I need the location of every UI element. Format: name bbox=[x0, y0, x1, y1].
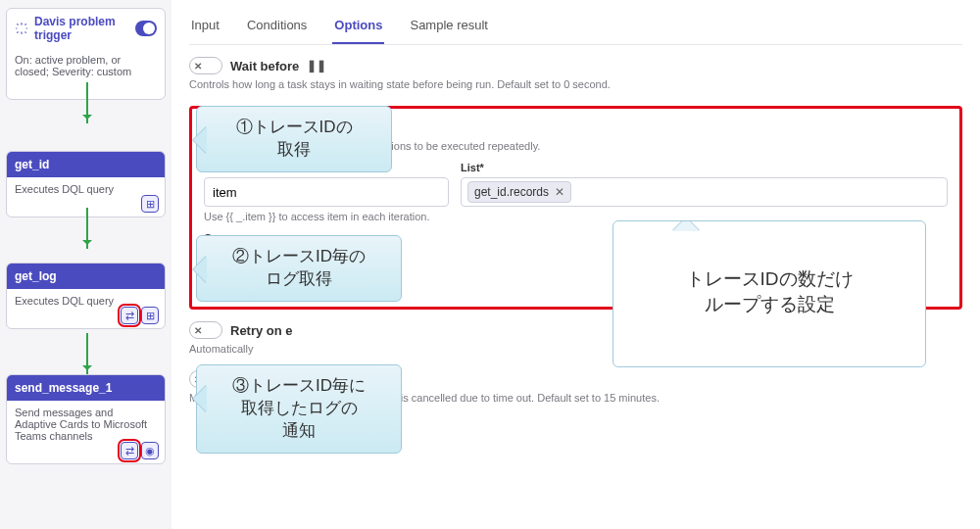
node-title: send_message_1 bbox=[15, 381, 112, 395]
teams-icon: ◉ bbox=[141, 442, 159, 459]
flow-arrow bbox=[86, 82, 88, 123]
tab-input[interactable]: Input bbox=[189, 12, 221, 44]
list-label: List* bbox=[461, 162, 948, 173]
loop-icon: ⇄ bbox=[121, 307, 138, 324]
pause-icon: ❚❚ bbox=[307, 59, 326, 72]
loop-icon: ⇄ bbox=[121, 442, 138, 459]
node-title: get_log bbox=[15, 269, 57, 283]
tab-sample-result[interactable]: Sample result bbox=[408, 12, 489, 44]
wait-title: Wait before bbox=[230, 59, 299, 73]
retry-title: Retry on e bbox=[230, 323, 293, 338]
database-icon: ⊞ bbox=[141, 195, 159, 213]
tab-conditions[interactable]: Conditions bbox=[245, 12, 309, 44]
wait-desc: Controls how long a task stays in waitin… bbox=[189, 78, 962, 90]
node-get-log[interactable]: get_log Executes DQL query ⇄ ⊞ bbox=[6, 263, 166, 329]
wait-toggle[interactable]: ✕ bbox=[189, 57, 222, 74]
callout-1: ①トレースIDの 取得 bbox=[196, 106, 392, 172]
list-chip[interactable]: get_id.records ✕ bbox=[467, 181, 571, 203]
workflow-canvas: Davis problem trigger On: active problem… bbox=[0, 0, 172, 529]
node-desc: Executes DQL query bbox=[15, 295, 114, 307]
callout-3: ③トレースID毎に 取得したログの 通知 bbox=[196, 364, 402, 454]
panel-tabs: Input Conditions Options Sample result bbox=[189, 8, 962, 45]
flow-arrow bbox=[86, 208, 88, 249]
remove-chip-icon[interactable]: ✕ bbox=[555, 185, 564, 199]
trigger-title: Davis problem trigger bbox=[34, 15, 123, 42]
node-desc: Executes DQL query bbox=[15, 183, 114, 195]
tab-options[interactable]: Options bbox=[332, 12, 384, 44]
node-send-message[interactable]: send_message_1 Send messages and Adaptiv… bbox=[6, 374, 166, 464]
node-desc: Send messages and Adaptive Cards to Micr… bbox=[15, 407, 147, 442]
flow-arrow bbox=[86, 333, 88, 374]
retry-toggle[interactable]: ✕ bbox=[189, 321, 222, 339]
wait-before-section: ✕ Wait before ❚❚ Controls how long a tas… bbox=[189, 57, 962, 90]
database-icon: ⊞ bbox=[141, 307, 159, 324]
node-title: get_id bbox=[15, 158, 49, 171]
callout-loop-setting: トレースIDの数だけ ループする設定 bbox=[612, 220, 926, 367]
list-input[interactable]: get_id.records ✕ bbox=[461, 177, 948, 207]
callout-2: ②トレースID毎の ログ取得 bbox=[196, 235, 402, 302]
trigger-icon bbox=[15, 22, 28, 35]
item-var-input[interactable] bbox=[204, 177, 449, 207]
trigger-toggle[interactable] bbox=[135, 21, 157, 36]
